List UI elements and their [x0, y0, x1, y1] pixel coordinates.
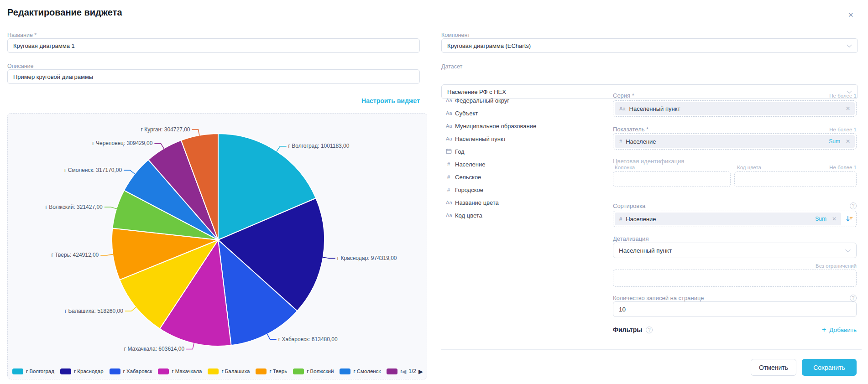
cancel-button[interactable]: Отменить: [751, 359, 796, 376]
sorting-chip-label: Население: [626, 216, 815, 223]
name-input[interactable]: [7, 38, 420, 53]
dataset-fields-list: АаФедеральный округАаСубъектАаМуниципаль…: [446, 94, 601, 222]
footer-divider: [441, 349, 862, 350]
help-icon[interactable]: ?: [850, 295, 857, 301]
series-label: Серия *: [613, 92, 634, 99]
chip-remove-icon[interactable]: ✕: [832, 216, 837, 222]
component-value: Круговая диаграмма (ECharts): [447, 42, 531, 49]
color-column-label: Колонка: [615, 165, 635, 170]
legend-item[interactable]: г Смоленск: [340, 368, 381, 374]
dataset-field[interactable]: #Население: [446, 158, 601, 171]
pie-slice-label: г Смоленск: 317170,00: [64, 167, 122, 173]
detail-label: Детализация: [613, 235, 857, 242]
series-dropzone[interactable]: Аа Населенный пункт ✕: [613, 100, 857, 117]
close-icon[interactable]: ✕: [848, 11, 854, 19]
configure-widget-link[interactable]: Настроить виджет: [361, 97, 420, 104]
number-type-icon: #: [446, 187, 455, 192]
text-type-icon: Аа: [446, 110, 455, 116]
legend-item[interactable]: г Волжский: [293, 368, 334, 374]
sorting-chip[interactable]: # Население Sum ✕: [615, 213, 841, 225]
text-type-icon: Аа: [619, 106, 626, 111]
chip-remove-icon[interactable]: ✕: [846, 138, 850, 145]
add-filter-label: Добавить: [829, 327, 857, 333]
help-icon[interactable]: ?: [850, 202, 857, 209]
legend-swatch: [12, 368, 23, 374]
dataset-field-label: Субъект: [455, 110, 478, 117]
color-code-dropzone[interactable]: [734, 171, 857, 187]
legend-item[interactable]: г Балашиха: [208, 368, 250, 374]
pie-slice-label: г Волжский: 321427,00: [46, 204, 103, 210]
color-column-dropzone[interactable]: [613, 171, 731, 187]
dataset-field-label: Населенный пункт: [455, 135, 506, 142]
page-size-input[interactable]: [613, 301, 857, 317]
legend-swatch: [256, 368, 267, 374]
dataset-field[interactable]: АаФедеральный округ: [446, 94, 601, 107]
legend-item[interactable]: г Хабаровск: [110, 368, 152, 374]
component-select[interactable]: Круговая диаграмма (ECharts): [441, 38, 858, 53]
no-limit-label: Без ограничений: [613, 263, 857, 269]
legend-label: г Волгоград: [26, 368, 54, 374]
number-type-icon: #: [446, 174, 455, 180]
filters-label: Фильтры: [613, 326, 642, 333]
pie-slice-label: г Волгоград: 1001183,00: [288, 143, 350, 149]
widget-controls: Серия * Не более 1 Аа Населенный пункт ✕…: [613, 89, 857, 349]
dataset-label: Датасет: [441, 63, 462, 70]
legend-item[interactable]: г Краснодар: [60, 368, 104, 374]
legend-item[interactable]: г Тверь: [256, 368, 287, 374]
dataset-field-label: Городское: [455, 187, 483, 193]
dataset-field[interactable]: АаСубъект: [446, 107, 601, 119]
color-ident-limit: Не более 1: [829, 165, 857, 170]
pie-label-line: [125, 307, 136, 311]
help-icon[interactable]: ?: [646, 327, 653, 333]
pie-label-line: [100, 254, 113, 255]
dataset-field[interactable]: АаНазвание цвета: [446, 196, 601, 209]
add-filter-button[interactable]: + Добавить: [822, 326, 857, 334]
dialog-title: Редактирование виджета: [7, 7, 122, 18]
legend-swatch: [208, 368, 219, 374]
pie-label-line: [267, 334, 277, 340]
chevron-down-icon: [847, 42, 852, 47]
dataset-field-label: Муниципальное образование: [455, 123, 536, 130]
text-type-icon: Аа: [446, 98, 455, 103]
pie-slice-label: г Курган: 304727,00: [141, 126, 190, 133]
legend-label: г Балашиха: [221, 368, 250, 374]
pie-chart: г Волгоград: 1001183,00г Краснодар: 9743…: [8, 114, 428, 369]
legend-page-indicator: 1/2: [408, 368, 416, 374]
dataset-field-label: Год: [455, 148, 465, 155]
pie-label-line: [105, 207, 117, 209]
dataset-field-label: Федеральный округ: [455, 97, 509, 104]
dataset-field[interactable]: #Городское: [446, 183, 601, 196]
pie-slice-label: г Балашиха: 518260,00: [65, 308, 124, 314]
sorting-label: Сортировка: [613, 202, 645, 209]
aggregation-tag[interactable]: Sum: [829, 138, 840, 145]
dataset-field[interactable]: #Сельское: [446, 171, 601, 183]
dataset-field[interactable]: АаКод цвета: [446, 209, 601, 222]
measure-chip[interactable]: # Население Sum ✕: [615, 135, 855, 148]
measure-dropzone[interactable]: # Население Sum ✕: [613, 133, 857, 150]
chevron-down-icon: [845, 247, 850, 252]
dataset-field[interactable]: АаНаселенный пункт: [446, 132, 601, 145]
sort-direction-icon[interactable]: [844, 213, 855, 225]
detail-select[interactable]: Населенный пункт: [613, 243, 857, 258]
legend-item[interactable]: г Ч: [387, 368, 402, 374]
text-type-icon: Аа: [446, 123, 455, 129]
dataset-field[interactable]: АаМуниципальное образование: [446, 119, 601, 132]
legend-item[interactable]: г Махачкала: [158, 368, 202, 374]
sorting-dropzone[interactable]: # Население Sum ✕: [613, 211, 857, 227]
legend-prev-icon[interactable]: ◀: [402, 368, 406, 375]
pie-slice-label: г Тверь: 424912,00: [52, 252, 99, 258]
dataset-field[interactable]: Год: [446, 145, 601, 158]
series-chip[interactable]: Аа Населенный пункт ✕: [615, 102, 855, 115]
legend-item[interactable]: г Волгоград: [12, 368, 54, 374]
save-button[interactable]: Сохранить: [802, 359, 857, 376]
pie-label-line: [323, 257, 335, 258]
extra-dropzone[interactable]: [613, 270, 857, 287]
legend-swatch: [387, 368, 397, 374]
chip-remove-icon[interactable]: ✕: [846, 105, 850, 112]
description-input[interactable]: [7, 69, 420, 84]
series-chip-label: Населенный пункт: [629, 105, 846, 112]
legend-next-icon[interactable]: ▶: [418, 368, 423, 375]
aggregation-tag[interactable]: Sum: [815, 216, 826, 222]
pie-slice-label: г Краснодар: 974319,00: [337, 255, 397, 261]
pie-slice-label: г Хабаровск: 613480,00: [278, 336, 338, 342]
